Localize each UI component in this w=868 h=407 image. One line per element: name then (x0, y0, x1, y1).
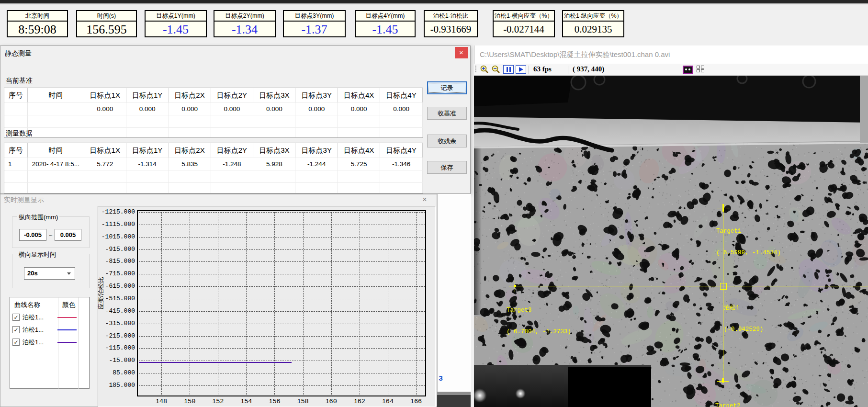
table-row[interactable]: 12020- 4-17 8:5...5.772-1.3145.835-1.248… (4, 158, 423, 170)
h-gridline (139, 373, 425, 373)
table-cell (28, 103, 84, 115)
column-header: 目标点3X (253, 88, 295, 102)
zoom-out-icon[interactable] (491, 65, 501, 76)
time-span-label: 横向显示时间 (17, 250, 57, 259)
v-gridline (303, 212, 304, 395)
table-cell (295, 170, 338, 182)
table-row[interactable] (4, 115, 423, 127)
video-title[interactable]: C:\Users\SMAT\Desktop\混凝土拉伸实验\test001.ch… (480, 50, 670, 59)
target-name: Target2 (715, 403, 780, 407)
curve-color-line (57, 342, 77, 343)
table-cell (211, 128, 254, 138)
target-label: Target1 ( 6.5999, -1.4534) (716, 214, 781, 271)
close-icon[interactable]: × (418, 194, 431, 205)
pause-icon[interactable] (503, 65, 514, 74)
y-tick-label: -215.000 (95, 332, 135, 340)
grid-view-icon[interactable] (697, 66, 705, 73)
legend-row: ✓泊松1... (10, 324, 90, 336)
column-header: 序号 (4, 88, 28, 102)
table-cell (169, 128, 211, 138)
target1-crosshair[interactable] (722, 204, 724, 212)
indicator-label: 北京时间 (8, 11, 67, 22)
column-header: 目标点4X (338, 88, 380, 102)
h-gridline (139, 261, 425, 262)
curve-checkbox[interactable]: ✓ (12, 339, 20, 346)
record-button[interactable]: 记录 (427, 81, 467, 94)
y-max-input[interactable] (55, 229, 81, 241)
table-cell (28, 170, 84, 182)
curve-name: 泊松1... (23, 338, 44, 347)
table-cell (4, 170, 28, 182)
toolbar-grip[interactable] (475, 66, 476, 73)
poisson-intersection-marker[interactable] (720, 283, 727, 290)
column-header: 目标点3X (253, 143, 295, 158)
take-baseline-button[interactable]: 收基准 (427, 107, 467, 120)
y-tick-label: -1115.000 (95, 221, 135, 228)
target2-crosshair[interactable] (722, 378, 724, 383)
x-tick-label: 158 (293, 398, 314, 406)
close-icon[interactable]: × (455, 47, 468, 58)
camera-icon[interactable] (683, 66, 693, 74)
x-tick-label: 166 (406, 398, 427, 406)
v-gridline (246, 212, 247, 395)
table-row[interactable] (4, 127, 423, 138)
indicator-box: 目标点2Y(mm) -1.34 (214, 10, 276, 37)
table-row[interactable] (4, 182, 423, 193)
table-header-row: 序号时间目标点1X目标点1Y目标点2X目标点2Y目标点3X目标点3Y目标点4X目… (4, 88, 423, 102)
play-icon[interactable] (516, 65, 526, 74)
column-header: 目标点2X (169, 143, 211, 158)
table-row[interactable] (4, 170, 423, 182)
v-gridline (331, 212, 332, 395)
static-window-title[interactable]: 静态测量 (5, 49, 32, 58)
indicator-label: 目标点3Y(mm) (284, 11, 345, 22)
table-cell: 0.000 (253, 103, 295, 115)
realtime-window-title[interactable]: 实时测量显示 (4, 196, 44, 204)
h-gridline (139, 286, 425, 287)
column-header: 目标点4Y (380, 143, 423, 158)
indicator-label: 泊松1-纵向应变（%） (563, 11, 623, 22)
column-header: 目标点3Y (295, 88, 338, 102)
target-name: Target1 (716, 228, 781, 235)
cursor-position-readout: ( 937, 440) (573, 65, 604, 73)
table-cell (169, 183, 211, 193)
column-header: 序号 (4, 143, 28, 158)
target3-crosshair[interactable] (514, 285, 516, 287)
save-button[interactable]: 保存 (427, 161, 467, 174)
y-min-input[interactable] (19, 229, 46, 241)
series-line (139, 362, 292, 363)
table-cell (126, 115, 169, 127)
h-gridline (139, 299, 425, 299)
table-cell: -1.244 (295, 158, 338, 170)
column-header: 目标点2Y (211, 88, 254, 102)
table-cell: 0.000 (380, 103, 423, 115)
v-gridline (360, 212, 360, 395)
h-gridline (139, 348, 425, 349)
take-residual-button[interactable]: 收残余 (427, 135, 467, 147)
video-viewport[interactable] (474, 76, 868, 407)
section-measure-label: 测量数据 (6, 129, 33, 138)
h-gridline (139, 225, 425, 225)
indicator-value: -1.37 (284, 22, 345, 37)
curve-checkbox[interactable]: ✓ (12, 314, 20, 321)
table-row[interactable]: 0.0000.0000.0000.0000.0000.0000.0000.000 (4, 102, 423, 115)
table-cell: 5.928 (253, 158, 295, 170)
target-label: Target2 ( 6.6679, -1.3494) (715, 388, 780, 407)
v-gridline (190, 212, 190, 395)
table-cell (253, 115, 295, 127)
table-cell: -1.314 (126, 158, 169, 170)
target-label: Target3 ( 6.7804, -1.3733) (507, 293, 571, 350)
table-cell (253, 183, 295, 193)
indicator-label: 泊松1-泊松比 (425, 11, 477, 22)
table-cell: 2020- 4-17 8:5... (28, 158, 84, 170)
curve-checkbox[interactable]: ✓ (12, 326, 20, 333)
indicator-value: 0.029135 (563, 22, 623, 37)
zoom-in-icon[interactable] (480, 65, 489, 76)
x-tick-label: 154 (236, 398, 257, 406)
time-span-select[interactable]: 20s (24, 267, 75, 280)
target-name: Target3 (507, 307, 571, 314)
table-cell (253, 128, 295, 138)
column-header: 目标点1X (84, 143, 126, 158)
indicator-value: -1.45 (356, 22, 415, 37)
h-gridline (139, 385, 425, 386)
curve-name: 泊松1... (23, 326, 44, 334)
